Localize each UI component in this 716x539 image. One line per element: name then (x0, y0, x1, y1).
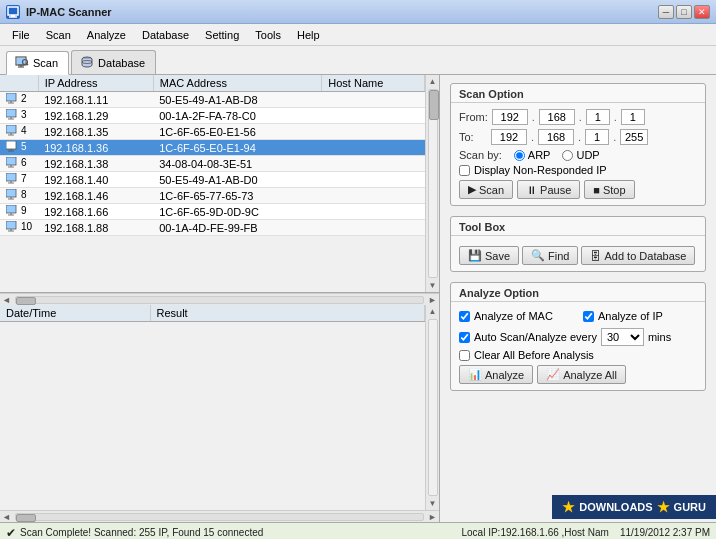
tab-database[interactable]: Database (71, 50, 156, 74)
window-title: IP-MAC Scanner (26, 6, 112, 18)
udp-radio[interactable] (562, 150, 573, 161)
analyze-mac-check[interactable] (459, 311, 470, 322)
to-ip-c[interactable] (585, 129, 609, 145)
table-row[interactable]: 9192.168.1.661C-6F-65-9D-0D-9C (0, 204, 425, 220)
svg-rect-21 (6, 141, 16, 149)
row-host (322, 204, 425, 220)
minimize-button[interactable]: ─ (658, 5, 674, 19)
scan-buttons: ▶ Scan ⏸ Pause ■ Stop (459, 180, 697, 199)
analyze-mac-label[interactable]: Analyze of MAC (459, 310, 573, 322)
table-row[interactable]: 3192.168.1.2900-1A-2F-FA-78-C0 (0, 108, 425, 124)
to-ip-d[interactable] (620, 129, 648, 145)
row-host (322, 188, 425, 204)
log-panel: Date/Time Result ▲ ▼ ◄ (0, 305, 439, 522)
find-icon: 🔍 (531, 249, 545, 262)
scan-table-scroll[interactable]: IP Address MAC Address Host Name 2192.16… (0, 75, 425, 292)
udp-radio-label[interactable]: UDP (562, 149, 599, 161)
device-icon: 5 (6, 141, 27, 152)
interval-select[interactable]: 30 60 120 (601, 328, 644, 346)
scan-btn-icon: ▶ (468, 183, 476, 196)
menu-file[interactable]: File (4, 26, 38, 43)
table-row[interactable]: 7192.168.1.4050-E5-49-A1-AB-D0 (0, 172, 425, 188)
tab-scan[interactable]: Scan (6, 51, 69, 75)
left-panel: IP Address MAC Address Host Name 2192.16… (0, 75, 440, 522)
status-icon: ✔ (6, 526, 16, 540)
row-ip: 192.168.1.40 (38, 172, 153, 188)
row-host (322, 108, 425, 124)
row-host (322, 124, 425, 140)
analyze-button[interactable]: 📊 Analyze (459, 365, 533, 384)
analyze-ip-check[interactable] (583, 311, 594, 322)
scroll-left-arrow[interactable]: ◄ (0, 295, 13, 305)
menu-setting[interactable]: Setting (197, 26, 247, 43)
clear-all-row: Clear All Before Analysis (459, 349, 697, 361)
scan-button[interactable]: ▶ Scan (459, 180, 513, 199)
from-ip-d[interactable] (621, 109, 645, 125)
analyze-all-button[interactable]: 📈 Analyze All (537, 365, 626, 384)
status-datetime: 11/19/2012 2:37 PM (620, 527, 710, 538)
scroll-up-arrow[interactable]: ▲ (427, 75, 439, 88)
table-row[interactable]: 10192.168.1.8800-1A-4D-FE-99-FB (0, 220, 425, 236)
from-ip-a[interactable] (492, 109, 528, 125)
analyze-ip-label[interactable]: Analyze of IP (583, 310, 697, 322)
scan-option-group: Scan Option From: . . . To: . (450, 83, 706, 206)
pause-button[interactable]: ⏸ Pause (517, 180, 580, 199)
table-row[interactable]: 8192.168.1.461C-6F-65-77-65-73 (0, 188, 425, 204)
close-button[interactable]: ✕ (694, 5, 710, 19)
device-icon: 8 (6, 189, 27, 200)
save-button[interactable]: 💾 Save (459, 246, 519, 265)
scan-h-scrollbar[interactable]: ◄ ► (0, 293, 439, 305)
clear-all-check[interactable] (459, 350, 470, 361)
row-mac: 00-1A-4D-FE-99-FB (153, 220, 322, 236)
add-to-database-button[interactable]: 🗄 Add to Database (581, 246, 695, 265)
row-check-cell: 9 (0, 204, 38, 220)
table-row[interactable]: 6192.168.1.3834-08-04-08-3E-51 (0, 156, 425, 172)
maximize-button[interactable]: □ (676, 5, 692, 19)
analyze-buttons: 📊 Analyze 📈 Analyze All (459, 365, 697, 384)
scroll-thumb[interactable] (429, 90, 439, 120)
scroll-right-arrow[interactable]: ► (426, 295, 439, 305)
to-ip-b[interactable] (538, 129, 574, 145)
table-row[interactable]: 4192.168.1.351C-6F-65-E0-E1-56 (0, 124, 425, 140)
table-row[interactable]: 5192.168.1.361C-6F-65-E0-E1-94 (0, 140, 425, 156)
stop-button[interactable]: ■ Stop (584, 180, 634, 199)
table-row[interactable]: 2192.168.1.1150-E5-49-A1-AB-D8 (0, 92, 425, 108)
scan-h-thumb[interactable] (16, 297, 36, 305)
device-icon: 2 (6, 93, 27, 104)
to-label: To: (459, 131, 487, 143)
log-h-thumb[interactable] (16, 514, 36, 522)
svg-rect-15 (6, 109, 16, 117)
arp-radio[interactable] (514, 150, 525, 161)
to-ip-a[interactable] (491, 129, 527, 145)
menu-scan[interactable]: Scan (38, 26, 79, 43)
analyze-option-title: Analyze Option (451, 283, 705, 302)
tabs-bar: Scan Database (0, 46, 716, 75)
log-scrollbar[interactable]: ▲ ▼ (425, 305, 439, 510)
tool-box-title: Tool Box (451, 217, 705, 236)
arp-radio-label[interactable]: ARP (514, 149, 551, 161)
app-icon (6, 5, 20, 19)
non-responded-check[interactable] (459, 165, 470, 176)
from-ip-c[interactable] (586, 109, 610, 125)
log-scroll-left[interactable]: ◄ (0, 512, 13, 522)
log-scroll-up[interactable]: ▲ (427, 305, 439, 318)
col-datetime: Date/Time (0, 305, 150, 322)
find-button[interactable]: 🔍 Find (522, 246, 578, 265)
menu-help[interactable]: Help (289, 26, 328, 43)
scan-scrollbar[interactable]: ▲ ▼ (425, 75, 439, 292)
menu-analyze[interactable]: Analyze (79, 26, 134, 43)
menu-database[interactable]: Database (134, 26, 197, 43)
log-scroll-right[interactable]: ► (426, 512, 439, 522)
log-scroll-down[interactable]: ▼ (427, 497, 439, 510)
scroll-down-arrow[interactable]: ▼ (427, 279, 439, 292)
analyze-checks: Analyze of MAC Analyze of IP (459, 308, 697, 324)
auto-scan-check[interactable] (459, 332, 470, 343)
watermark-logo: ★ (562, 499, 575, 515)
from-ip-b[interactable] (539, 109, 575, 125)
menu-tools[interactable]: Tools (247, 26, 289, 43)
row-check-cell: 10 (0, 220, 38, 236)
row-mac: 50-E5-49-A1-AB-D0 (153, 172, 322, 188)
row-host (322, 92, 425, 108)
log-h-scrollbar[interactable]: ◄ ► (0, 510, 439, 522)
svg-rect-27 (6, 173, 16, 181)
